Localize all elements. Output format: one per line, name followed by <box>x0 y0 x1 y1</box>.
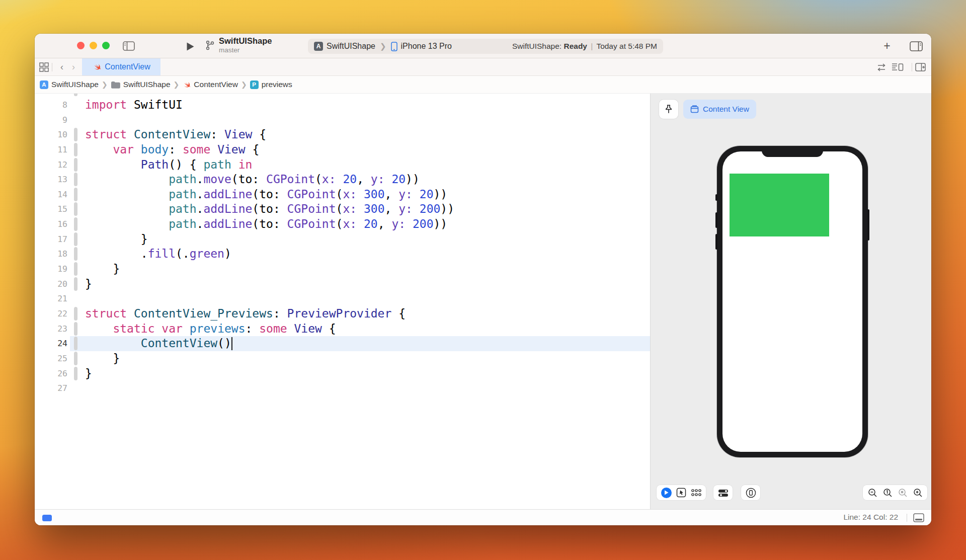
line-number[interactable]: 9 <box>35 113 67 128</box>
code-line-18[interactable]: 18 .fill(.green) <box>35 247 650 262</box>
iphone-destination-icon <box>391 42 397 51</box>
minimize-window-button[interactable] <box>90 42 97 49</box>
activity-progress-chip[interactable] <box>42 515 52 521</box>
divider <box>52 63 52 71</box>
device-orientation-icon <box>746 488 756 498</box>
text-cursor <box>231 337 232 350</box>
plus-icon: + <box>883 39 890 53</box>
code-line-24[interactable]: 24 ContentView() <box>35 336 650 351</box>
code-line-23[interactable]: 23 static var previews: some View { <box>35 322 650 337</box>
chevron-right-icon: ❯ <box>379 42 387 51</box>
minimap-options-icon <box>892 63 904 71</box>
code-line-21[interactable]: 21 <box>35 291 650 306</box>
change-bar <box>74 322 77 336</box>
line-number[interactable]: 8 <box>35 98 67 113</box>
variants-mode-button[interactable] <box>690 486 703 499</box>
magnifier-fit-icon <box>898 488 908 498</box>
scheme-and-status-bar: A SwiftUIShape ❯ iPhone 13 Pro SwiftUISh… <box>308 39 663 54</box>
line-number[interactable]: 24 <box>35 336 67 351</box>
line-number[interactable]: 12 <box>35 157 67 173</box>
xcode-window: SwiftUIShape master A SwiftUIShape ❯ iPh… <box>35 34 931 525</box>
close-window-button[interactable] <box>77 42 85 49</box>
toggle-navigator-sidebar-button[interactable] <box>121 40 136 52</box>
scheme-selector[interactable]: SwiftUIShape <box>327 42 375 51</box>
code-line-26[interactable]: 26} <box>35 366 650 381</box>
code-line-20[interactable]: 20} <box>35 277 650 292</box>
code-line-15[interactable]: 15 path.addLine(to: CGPoint(x: 300, y: 2… <box>35 202 650 217</box>
line-number[interactable]: 21 <box>35 291 67 306</box>
run-destination-selector[interactable]: iPhone 13 Pro <box>401 42 452 51</box>
tab-label: ContentView <box>105 62 150 71</box>
scm-branch-block[interactable]: SwiftUIShape master <box>205 36 272 54</box>
line-number[interactable]: 17 <box>35 232 67 247</box>
preview-on-device-button[interactable] <box>744 486 757 499</box>
line-number[interactable]: 16 <box>35 217 67 232</box>
branch-name: master <box>219 46 272 54</box>
navigate-forward-button[interactable]: ›︎ <box>68 61 78 73</box>
device-settings-button[interactable] <box>716 486 730 499</box>
mute-switch <box>715 194 717 201</box>
breadcrumb-file[interactable]: ContentView <box>182 80 238 89</box>
library-add-button[interactable]: + <box>880 40 894 52</box>
line-number[interactable]: 13 <box>35 172 67 187</box>
source-editor[interactable]: 8import SwiftUI910struct ContentView: Vi… <box>35 94 650 509</box>
zoom-window-button[interactable] <box>102 42 110 49</box>
code-text: path.addLine(to: CGPoint(x: 300, y: 200)… <box>85 202 454 217</box>
navigate-back-button[interactable]: ‹︎ <box>57 61 67 73</box>
code-line-11[interactable]: 11 var body: some View { <box>35 142 650 157</box>
zoom-in-button[interactable] <box>911 486 924 499</box>
preview-screen[interactable] <box>722 151 862 452</box>
code-review-button[interactable] <box>876 61 887 73</box>
line-number[interactable]: 15 <box>35 202 67 217</box>
line-number[interactable]: 22 <box>35 306 67 322</box>
breadcrumb-symbol[interactable]: P previews <box>250 80 292 89</box>
add-editor-button[interactable] <box>915 61 926 73</box>
line-number[interactable]: 14 <box>35 187 67 202</box>
editor-layout-button[interactable] <box>909 40 924 52</box>
iphone-preview-device[interactable] <box>717 146 868 457</box>
code-line-13[interactable]: 13 path.move(to: CGPoint(x: 20, y: 20)) <box>35 172 650 187</box>
line-number[interactable]: 11 <box>35 142 67 157</box>
code-text: struct ContentView: View { <box>85 127 266 142</box>
change-bar <box>74 277 77 291</box>
code-line-16[interactable]: 16 path.addLine(to: CGPoint(x: 20, y: 20… <box>35 217 650 232</box>
code-line-8[interactable]: 8import SwiftUI <box>35 98 650 113</box>
code-line-19[interactable]: 19 } <box>35 262 650 277</box>
status-bar: Line: 24 Col: 22 <box>35 509 931 525</box>
code-line-9[interactable]: 9 <box>35 113 650 128</box>
live-preview-button[interactable] <box>660 486 673 499</box>
line-number[interactable]: 10 <box>35 127 67 142</box>
editor-bottom-bar-toggle[interactable] <box>912 512 925 523</box>
line-number[interactable]: 19 <box>35 262 67 277</box>
line-number[interactable]: 20 <box>35 277 67 292</box>
zoom-out-button[interactable] <box>866 486 879 499</box>
tab-contentview[interactable]: ContentView <box>82 58 160 75</box>
selectable-mode-button[interactable] <box>675 486 688 499</box>
code-line-25[interactable]: 25 } <box>35 351 650 366</box>
code-line-12[interactable]: 12 Path() { path in <box>35 157 650 173</box>
breadcrumb-group[interactable]: SwiftUIShape <box>111 80 171 89</box>
pin-preview-button[interactable] <box>659 100 678 119</box>
code-line-27[interactable]: 27 <box>35 381 650 396</box>
zoom-actual-size-button[interactable] <box>881 486 894 499</box>
line-number[interactable]: 27 <box>35 381 67 396</box>
line-number[interactable]: 26 <box>35 366 67 381</box>
code-line-10[interactable]: 10struct ContentView: View { <box>35 127 650 142</box>
line-number[interactable]: 25 <box>35 351 67 366</box>
run-button[interactable] <box>184 40 197 52</box>
app-scheme-icon: A <box>314 42 323 51</box>
editor-options-button[interactable] <box>892 61 904 73</box>
breadcrumb-label: ContentView <box>194 80 238 89</box>
code-line-14[interactable]: 14 path.addLine(to: CGPoint(x: 300, y: 2… <box>35 187 650 202</box>
code-line-17[interactable]: 17 } <box>35 232 650 247</box>
breadcrumb-project[interactable]: A SwiftUIShape <box>40 80 99 89</box>
line-number[interactable]: 23 <box>35 322 67 337</box>
preview-on-device-group <box>741 485 760 500</box>
play-circle-icon <box>661 488 672 498</box>
preview-tab-content-view[interactable]: Content View <box>683 100 756 119</box>
code-line-22[interactable]: 22struct ContentView_Previews: PreviewPr… <box>35 306 650 322</box>
zoom-to-fit-button[interactable] <box>896 486 909 499</box>
change-bar <box>74 352 77 365</box>
related-items-button[interactable] <box>38 61 49 73</box>
line-number[interactable]: 18 <box>35 247 67 262</box>
